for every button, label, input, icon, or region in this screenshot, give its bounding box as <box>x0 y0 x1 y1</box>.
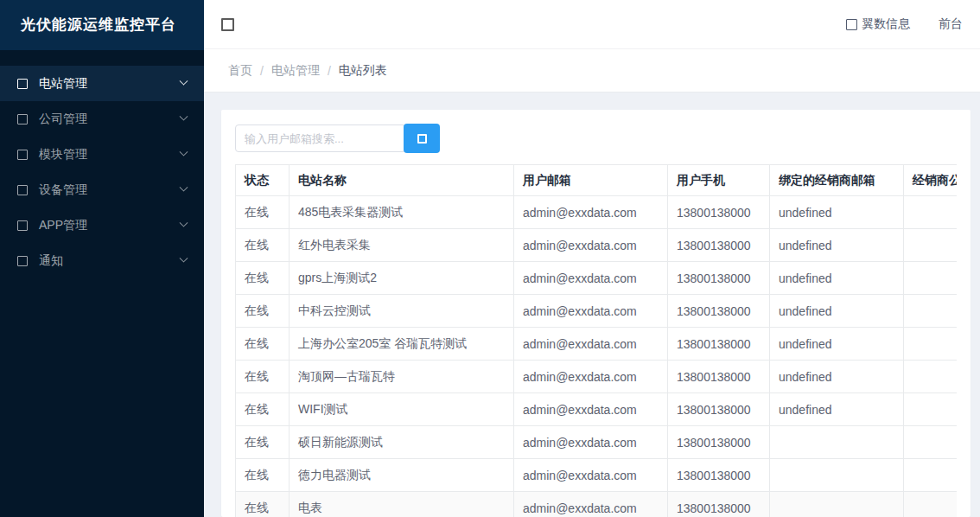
cell-email: admin@exxdata.com <box>514 262 668 295</box>
cell-email: admin@exxdata.com <box>514 328 668 361</box>
table-header-row: 状态电站名称用户邮箱用户手机绑定的经销商邮箱经销商公司 <box>236 165 958 196</box>
sidebar-item-notification[interactable]: 通知 <box>0 243 204 278</box>
cell-email: admin@exxdata.com <box>514 361 668 393</box>
table-row: 在线gprs上海测试2admin@exxdata.com13800138000u… <box>236 262 958 295</box>
breadcrumb-bar: 首页/电站管理/电站列表 <box>204 49 980 93</box>
cell-status: 在线 <box>236 262 290 295</box>
cell-phone: 13800138000 <box>668 492 770 517</box>
sidebar-item-label: 公司管理 <box>39 112 181 127</box>
cell-dealer_email: undefined <box>770 328 904 361</box>
cell-dealer_company <box>904 229 958 262</box>
menu-square-icon <box>17 185 28 195</box>
search-input[interactable] <box>235 124 406 152</box>
sidebar-item-label: 电站管理 <box>39 76 181 92</box>
cell-dealer_company <box>904 426 958 459</box>
cell-phone: 13800138000 <box>668 229 770 262</box>
sidebar-item-label: 模块管理 <box>39 147 181 163</box>
search-row <box>235 124 957 153</box>
cell-status: 在线 <box>236 459 290 492</box>
user-menu[interactable]: 翼数信息 <box>846 16 910 32</box>
menu-square-icon <box>17 150 28 160</box>
cell-name: 上海办公室205室 谷瑞瓦特测试 <box>290 328 514 361</box>
cell-dealer_company <box>904 393 958 426</box>
table-row: 在线红外电表采集admin@exxdata.com13800138000unde… <box>236 229 958 262</box>
cell-status: 在线 <box>236 229 290 262</box>
cell-phone: 13800138000 <box>668 393 770 426</box>
table-body: 在线485电表采集器测试admin@exxdata.com13800138000… <box>236 196 958 517</box>
header-right: 翼数信息 前台 <box>846 16 963 32</box>
cell-phone: 13800138000 <box>668 196 770 229</box>
cell-dealer_company <box>904 492 958 517</box>
cell-email: admin@exxdata.com <box>514 393 668 426</box>
cell-dealer_email: undefined <box>770 361 904 393</box>
cell-name: 淘顶网—古瑞瓦特 <box>290 361 514 393</box>
cell-email: admin@exxdata.com <box>514 295 668 328</box>
sidebar-item-company-management[interactable]: 公司管理 <box>0 101 204 137</box>
plant-table-wrapper: 状态电站名称用户邮箱用户手机绑定的经销商邮箱经销商公司 在线485电表采集器测试… <box>235 164 957 517</box>
cell-dealer_company <box>904 262 958 295</box>
cell-dealer_company <box>904 196 958 229</box>
cell-dealer_email <box>770 426 904 459</box>
chevron-down-icon <box>180 183 188 192</box>
column-header-dealer_company: 经销商公司 <box>904 165 958 196</box>
sidebar-item-plant-management[interactable]: 电站管理 <box>0 66 204 101</box>
menu-square-icon <box>17 220 28 231</box>
cell-name: WIFI测试 <box>290 393 514 426</box>
cell-status: 在线 <box>236 328 290 361</box>
table-row: 在线硕日新能源测试admin@exxdata.com13800138000 <box>236 426 958 459</box>
sidebar-toggle-icon[interactable] <box>221 18 234 31</box>
sidebar-item-label: 设备管理 <box>39 182 181 198</box>
cell-dealer_company <box>904 361 958 393</box>
cell-name: 硕日新能源测试 <box>290 426 514 459</box>
cell-name: 德力电器测试 <box>290 459 514 492</box>
top-header: 翼数信息 前台 <box>204 0 980 49</box>
cell-dealer_company <box>904 459 958 492</box>
cell-status: 在线 <box>236 295 290 328</box>
column-header-email: 用户邮箱 <box>514 165 668 196</box>
sidebar-item-label: 通知 <box>39 253 181 269</box>
cell-email: admin@exxdata.com <box>514 459 668 492</box>
main-area: 翼数信息 前台 首页/电站管理/电站列表 状态电站名称用户邮箱用户手机绑定的经销… <box>204 0 980 517</box>
breadcrumb-item[interactable]: 首页 <box>228 63 252 79</box>
sidebar-item-module-management[interactable]: 模块管理 <box>0 137 204 172</box>
cell-dealer_email: undefined <box>770 196 904 229</box>
cell-phone: 13800138000 <box>668 262 770 295</box>
table-row: 在线淘顶网—古瑞瓦特admin@exxdata.com13800138000un… <box>236 361 958 393</box>
sidebar: 光伏能源运维监控平台 电站管理公司管理模块管理设备管理APP管理通知 <box>0 0 204 517</box>
sidebar-menu: 电站管理公司管理模块管理设备管理APP管理通知 <box>0 50 204 517</box>
content-area: 状态电站名称用户邮箱用户手机绑定的经销商邮箱经销商公司 在线485电表采集器测试… <box>204 93 980 517</box>
menu-square-icon <box>17 256 28 266</box>
cell-dealer_email: undefined <box>770 229 904 262</box>
column-header-phone: 用户手机 <box>668 165 770 196</box>
cell-status: 在线 <box>236 393 290 426</box>
sidebar-item-label: APP管理 <box>39 218 181 233</box>
cell-phone: 13800138000 <box>668 295 770 328</box>
user-avatar-icon <box>846 19 857 30</box>
cell-phone: 13800138000 <box>668 328 770 361</box>
chevron-down-icon <box>180 148 188 156</box>
cell-phone: 13800138000 <box>668 361 770 393</box>
table-row: 在线WIFI测试admin@exxdata.com13800138000unde… <box>236 393 958 426</box>
company-name: 翼数信息 <box>862 16 910 32</box>
cell-name: gprs上海测试2 <box>290 262 514 295</box>
breadcrumb-separator: / <box>260 64 264 78</box>
cell-email: admin@exxdata.com <box>514 426 668 459</box>
cell-phone: 13800138000 <box>668 459 770 492</box>
cell-name: 485电表采集器测试 <box>290 196 514 229</box>
chevron-down-icon <box>180 77 188 86</box>
menu-square-icon <box>17 79 28 89</box>
search-button[interactable] <box>404 124 440 153</box>
menu-square-icon <box>17 114 28 124</box>
breadcrumb-separator: / <box>328 64 331 78</box>
breadcrumb-item: 电站列表 <box>339 63 387 79</box>
table-row: 在线中科云控测试admin@exxdata.com13800138000unde… <box>236 295 958 328</box>
column-header-name: 电站名称 <box>290 165 514 196</box>
cell-dealer_company <box>904 295 958 328</box>
breadcrumb-item[interactable]: 电站管理 <box>271 63 320 79</box>
cell-status: 在线 <box>236 361 290 393</box>
sidebar-item-app-management[interactable]: APP管理 <box>0 207 204 243</box>
cell-name: 电表 <box>290 492 514 517</box>
front-site-link[interactable]: 前台 <box>939 16 963 32</box>
cell-status: 在线 <box>236 492 290 517</box>
sidebar-item-device-management[interactable]: 设备管理 <box>0 172 204 207</box>
